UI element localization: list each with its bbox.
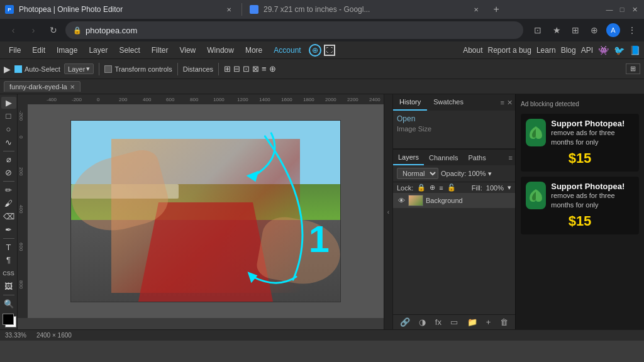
tab-channels[interactable]: Channels [424, 150, 463, 165]
menu-more[interactable]: More [240, 45, 267, 56]
image-tool[interactable]: 🖼 [1, 280, 16, 292]
menu-image[interactable]: Image [52, 45, 82, 56]
eraser-tool[interactable]: ⌫ [1, 211, 16, 222]
blog-link[interactable]: Blog [561, 46, 576, 55]
menu-account[interactable]: Account [269, 45, 306, 56]
fullscreen-icon[interactable]: ⛶ [324, 45, 335, 56]
refresh-button[interactable]: ↻ [45, 22, 62, 38]
layer-visibility-icon[interactable]: 👁 [397, 196, 406, 205]
maximize-button[interactable]: □ [618, 5, 626, 14]
zoom-tool[interactable]: 🔍 [1, 298, 16, 310]
align-top-icon[interactable]: ⊠ [252, 64, 259, 74]
mask-btn[interactable]: ▭ [450, 317, 458, 327]
menu-file[interactable]: File [4, 45, 26, 56]
menu-window[interactable]: Window [202, 45, 239, 56]
report-bug-link[interactable]: Report a bug [488, 46, 531, 55]
panel-close-btn[interactable]: ✕ [507, 99, 513, 107]
menu-view[interactable]: View [174, 45, 201, 56]
layer-item-background[interactable]: 👁 Background [393, 193, 515, 208]
cast-icon[interactable]: ⊡ [531, 23, 545, 37]
align-bottom-icon[interactable]: ⊕ [269, 64, 276, 74]
forward-button[interactable]: › [25, 22, 42, 38]
menu-edit[interactable]: Edit [27, 45, 50, 56]
crop-tool[interactable]: ⌀ [1, 153, 16, 165]
paragraph-tool[interactable]: ¶ [1, 254, 16, 266]
extension-icon[interactable]: ⊞ [569, 23, 582, 37]
file-tab-close[interactable]: ✕ [70, 84, 75, 90]
search-icon[interactable]: ⊕ [309, 44, 321, 57]
layer-dropdown[interactable]: Layer ▾ [64, 63, 94, 74]
new-tab-button[interactable]: + [489, 2, 504, 17]
paint-bucket-tool[interactable]: 🖌 [1, 197, 16, 209]
selection-tool[interactable]: □ [1, 110, 16, 122]
brush-tool[interactable]: ✏ [1, 184, 16, 196]
css-tool[interactable]: CSS [1, 267, 16, 279]
ad-price-1[interactable]: $15 [569, 150, 592, 167]
user-avatar[interactable]: A [606, 23, 620, 37]
text-tool[interactable]: T [1, 241, 16, 253]
align-left-icon[interactable]: ⊞ [224, 64, 231, 74]
tab-swatches[interactable]: Swatches [427, 94, 470, 111]
ad-price-2[interactable]: $15 [569, 213, 592, 229]
fill-value[interactable]: 100% [486, 184, 504, 192]
opacity-value[interactable]: 100% [468, 170, 486, 177]
transform-checkbox[interactable] [104, 65, 112, 73]
lock-pixels-icon[interactable]: 🔒 [417, 184, 426, 192]
slice-tool[interactable]: ⊘ [1, 167, 16, 178]
foreground-color[interactable] [3, 314, 14, 325]
canvas-image[interactable]: 1 [70, 120, 341, 302]
canvas-scroll[interactable]: -200 0 200 400 600 800 1000 1200 [18, 104, 384, 318]
about-link[interactable]: About [463, 46, 482, 55]
menu-layer[interactable]: Layer [84, 45, 113, 56]
file-tab-active[interactable]: funny-dark-eyed-la ✕ [4, 81, 80, 92]
auto-select-checkbox[interactable] [14, 65, 22, 73]
layers-menu-btn[interactable]: ≡ [509, 154, 513, 162]
opacity-dropdown[interactable]: ▾ [488, 170, 492, 178]
lock-artboard-icon[interactable]: ≡ [439, 184, 443, 192]
adjustment-btn[interactable]: fx [435, 317, 441, 327]
distances-option[interactable]: Distances [183, 65, 213, 73]
close-button[interactable]: ✕ [630, 5, 639, 14]
lock-position-icon[interactable]: ⊕ [430, 184, 435, 192]
effects-btn[interactable]: ◑ [419, 317, 426, 327]
delete-layer-btn[interactable]: 🗑 [500, 317, 508, 327]
minimize-button[interactable]: — [605, 5, 614, 14]
more-button[interactable]: ⋮ [625, 23, 639, 37]
url-box[interactable]: 🔒 photopea.com [65, 21, 523, 39]
link-layers-btn[interactable]: 🔗 [400, 317, 410, 327]
transform-controls-option[interactable]: Transform controls [104, 65, 172, 73]
move-tool[interactable]: ▶ [1, 97, 16, 109]
align-right-icon[interactable]: ⊡ [243, 64, 250, 74]
tab-paths[interactable]: Paths [464, 150, 491, 165]
tab-history[interactable]: History [393, 94, 427, 111]
auto-select-option[interactable]: Auto-Select [14, 65, 60, 73]
panel-collapse-btn[interactable]: ‹ [384, 94, 392, 329]
tab-close-2[interactable]: ✕ [471, 4, 481, 14]
reddit-icon[interactable]: 👾 [598, 45, 609, 55]
fill-dropdown[interactable]: ▾ [508, 184, 511, 192]
align-middle-icon[interactable]: ≡ [262, 64, 267, 74]
fill-label: Fill: [472, 184, 482, 192]
bookmark-icon[interactable]: ★ [550, 23, 564, 37]
learn-link[interactable]: Learn [536, 46, 556, 55]
panel-menu-btn[interactable]: ≡ [501, 99, 504, 107]
blend-mode-select[interactable]: Normal [397, 168, 438, 179]
tab-layers[interactable]: Layers [393, 150, 424, 165]
twitter-icon[interactable]: 🐦 [614, 45, 625, 55]
menu-select[interactable]: Select [114, 45, 145, 56]
open-link[interactable]: Open [397, 113, 511, 124]
pen-tool[interactable]: ✒ [1, 224, 16, 236]
lasso-tool[interactable]: ○ [1, 123, 16, 135]
new-layer-btn[interactable]: + [486, 317, 491, 327]
lock-all-icon[interactable]: 🔓 [447, 184, 456, 192]
profile-icon[interactable]: ⊕ [587, 23, 601, 37]
align-center-icon[interactable]: ⊟ [233, 64, 240, 74]
magic-wand-tool[interactable]: ∿ [1, 136, 16, 148]
back-button[interactable]: ‹ [5, 22, 21, 38]
api-link[interactable]: API [581, 46, 593, 55]
canvas-background: 1 [28, 104, 384, 318]
group-btn[interactable]: 📁 [467, 317, 477, 327]
tab-close-active[interactable]: ✕ [224, 4, 234, 14]
menu-filter[interactable]: Filter [147, 45, 174, 56]
facebook-icon[interactable]: 📘 [630, 45, 640, 55]
